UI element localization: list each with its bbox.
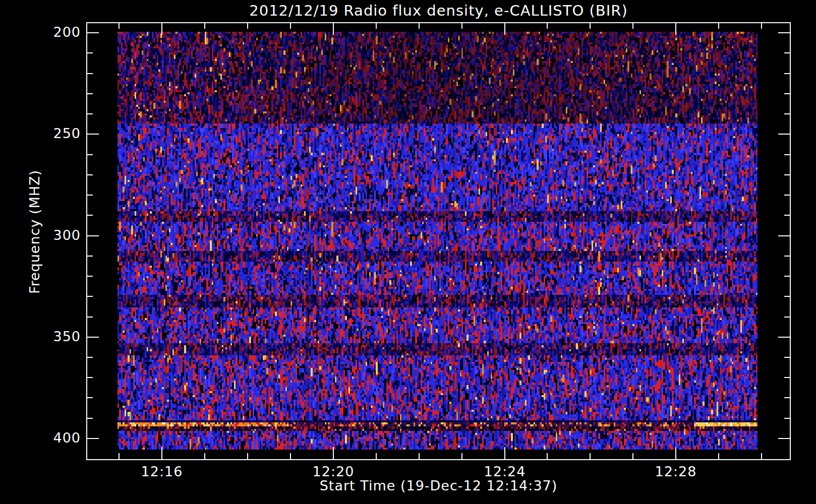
axis-tick [290, 23, 291, 29]
axis-tick [87, 32, 99, 33]
axis-tick [778, 235, 790, 236]
axis-tick [247, 453, 248, 459]
axis-tick [784, 73, 790, 74]
axis-tick [784, 357, 790, 358]
x-tick-label: 12:24 [464, 464, 545, 479]
axis-tick [784, 317, 790, 318]
axis-tick [87, 256, 93, 257]
axis-tick [778, 438, 790, 439]
y-tick-label: 300 [5, 227, 81, 243]
axis-tick [87, 113, 93, 114]
axis-tick [376, 23, 377, 29]
axis-tick [87, 215, 93, 216]
axis-tick [333, 447, 334, 459]
axis-tick [87, 174, 93, 175]
axis-tick [590, 453, 591, 459]
axis-tick [547, 23, 548, 29]
axis-tick [87, 195, 93, 196]
axis-tick [87, 418, 93, 419]
axis-tick [87, 397, 93, 398]
axis-tick [87, 317, 93, 318]
axis-tick [761, 453, 762, 459]
axis-frame [86, 22, 791, 460]
axis-tick [504, 447, 505, 459]
axis-tick [419, 23, 420, 29]
axis-tick [87, 52, 93, 53]
x-tick-label: 12:16 [122, 464, 202, 479]
axis-tick [87, 377, 93, 378]
axis-tick [204, 23, 205, 29]
axis-tick [87, 235, 99, 236]
axis-tick [784, 113, 790, 114]
axis-tick [461, 453, 462, 459]
y-tick-label: 400 [5, 430, 81, 446]
x-axis-label: Start Time (19-Dec-12 12:14:37) [87, 478, 790, 493]
axis-tick [718, 453, 719, 459]
axis-tick [784, 276, 790, 277]
axis-tick [778, 32, 790, 33]
axis-tick [87, 134, 99, 135]
axis-tick [119, 453, 120, 459]
axis-tick [632, 453, 633, 459]
axis-tick [87, 73, 93, 74]
axis-tick [87, 154, 93, 155]
x-tick-label: 12:20 [293, 464, 374, 479]
axis-tick [784, 377, 790, 378]
axis-tick [87, 357, 93, 358]
axis-tick [161, 447, 162, 459]
axis-tick [784, 93, 790, 94]
x-tick-label: 12:28 [635, 464, 716, 479]
axis-tick [784, 215, 790, 216]
axis-tick [718, 23, 719, 29]
axis-tick [161, 23, 162, 35]
axis-tick [87, 438, 99, 439]
y-tick-label: 200 [5, 24, 81, 40]
y-tick-label: 250 [5, 125, 81, 141]
axis-tick [784, 174, 790, 175]
axis-tick [632, 23, 633, 29]
axis-tick [784, 418, 790, 419]
axis-tick [784, 296, 790, 297]
axis-tick [290, 453, 291, 459]
spectrogram-screen: 2012/12/19 Radio flux density, e-CALLIST… [0, 0, 816, 504]
axis-tick [784, 195, 790, 196]
axis-tick [675, 447, 676, 459]
axis-tick [247, 23, 248, 29]
axis-tick [778, 337, 790, 338]
y-tick-label: 350 [5, 329, 81, 344]
axis-tick [675, 23, 676, 35]
axis-tick [87, 337, 99, 338]
axis-tick [333, 23, 334, 35]
axis-tick [784, 154, 790, 155]
axis-tick [87, 296, 93, 297]
axis-tick [419, 453, 420, 459]
axis-tick [778, 134, 790, 135]
axis-tick [590, 23, 591, 29]
axis-tick [204, 453, 205, 459]
axis-tick [87, 276, 93, 277]
axis-tick [784, 397, 790, 398]
axis-tick [87, 93, 93, 94]
axis-tick [761, 23, 762, 29]
axis-tick [376, 453, 377, 459]
axis-tick [504, 23, 505, 35]
axis-tick [784, 52, 790, 53]
axis-tick [784, 256, 790, 257]
axis-tick [119, 23, 120, 29]
axis-tick [547, 453, 548, 459]
axis-tick [461, 23, 462, 29]
plot-title: 2012/12/19 Radio flux density, e-CALLIST… [87, 2, 790, 19]
